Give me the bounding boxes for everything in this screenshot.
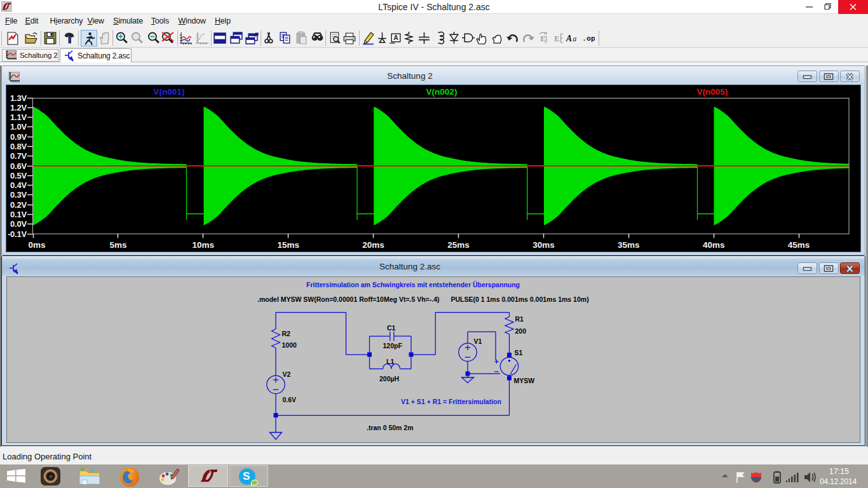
svg-text:0.8V: 0.8V bbox=[10, 142, 27, 151]
svg-text:120pF: 120pF bbox=[383, 342, 403, 349]
svg-text:PULSE(0 1 1ms 0.001ms 0.001ms: PULSE(0 1 1ms 0.001ms 0.001ms 1ms 10m) bbox=[451, 295, 589, 303]
svg-text:Frittersimulation am Schwingkr: Frittersimulation am Schwingkreis mit en… bbox=[306, 281, 520, 288]
svg-text:20ms: 20ms bbox=[362, 240, 384, 250]
svg-text:0.7V: 0.7V bbox=[10, 151, 27, 161]
svg-text:45ms: 45ms bbox=[788, 240, 810, 250]
svg-text:10ms: 10ms bbox=[193, 240, 215, 250]
svg-text:200µH: 200µH bbox=[379, 375, 399, 383]
svg-text:0.0V: 0.0V bbox=[10, 219, 27, 229]
svg-text:A: A bbox=[393, 34, 398, 41]
svg-text:40ms: 40ms bbox=[703, 240, 725, 250]
svg-text:25ms: 25ms bbox=[447, 240, 470, 250]
svg-text:V1: V1 bbox=[474, 337, 482, 345]
svg-text:A: A bbox=[566, 34, 572, 43]
svg-text:.model MYSW SW(Ron=0.00001 Rof: .model MYSW SW(Ron=0.00001 Roff=10Meg Vt… bbox=[257, 295, 439, 303]
svg-text:0.3V: 0.3V bbox=[10, 190, 27, 200]
svg-text:E: E bbox=[540, 34, 545, 43]
svg-text:MYSW: MYSW bbox=[514, 377, 535, 384]
svg-text:0.5V: 0.5V bbox=[10, 171, 27, 180]
svg-text:0.6V: 0.6V bbox=[10, 161, 27, 171]
svg-text:1000: 1000 bbox=[282, 341, 297, 349]
svg-text:35ms: 35ms bbox=[618, 240, 640, 250]
svg-text:R2: R2 bbox=[282, 330, 291, 337]
svg-text:-0.1V: -0.1V bbox=[8, 229, 27, 239]
svg-text:5ms: 5ms bbox=[109, 240, 126, 250]
svg-text:0ms: 0ms bbox=[28, 240, 45, 250]
svg-text:1.3V: 1.3V bbox=[10, 93, 27, 103]
svg-text:V2: V2 bbox=[283, 370, 291, 378]
svg-text:V1 + S1 + R1 = Frittersimulati: V1 + S1 + R1 = Frittersimulation bbox=[401, 398, 501, 405]
svg-text:V(n005): V(n005) bbox=[697, 87, 728, 97]
svg-text:0.4V: 0.4V bbox=[10, 180, 27, 190]
svg-text:0.9V: 0.9V bbox=[10, 132, 27, 142]
svg-text:1.2V: 1.2V bbox=[10, 103, 27, 112]
svg-text:R1: R1 bbox=[515, 315, 524, 323]
svg-text:E: E bbox=[554, 34, 559, 43]
svg-text:0.6V: 0.6V bbox=[283, 396, 297, 403]
svg-text:C1: C1 bbox=[387, 324, 396, 332]
svg-text:a: a bbox=[573, 35, 577, 43]
svg-text:S1: S1 bbox=[515, 349, 523, 356]
svg-text:.tran 0 50m 2m: .tran 0 50m 2m bbox=[367, 424, 414, 431]
svg-text:V(n001): V(n001) bbox=[154, 87, 185, 97]
svg-text:0.2V: 0.2V bbox=[10, 200, 27, 210]
svg-text:0.1V: 0.1V bbox=[10, 210, 27, 219]
svg-text:15ms: 15ms bbox=[277, 240, 299, 250]
svg-text:200: 200 bbox=[515, 327, 527, 335]
svg-text:.op: .op bbox=[582, 34, 595, 43]
svg-text:1.1V: 1.1V bbox=[10, 112, 27, 122]
svg-text:1.0V: 1.0V bbox=[10, 122, 27, 132]
svg-text:V(n002): V(n002) bbox=[426, 87, 458, 97]
svg-text:30ms: 30ms bbox=[532, 240, 555, 250]
svg-text:L1: L1 bbox=[386, 358, 394, 365]
